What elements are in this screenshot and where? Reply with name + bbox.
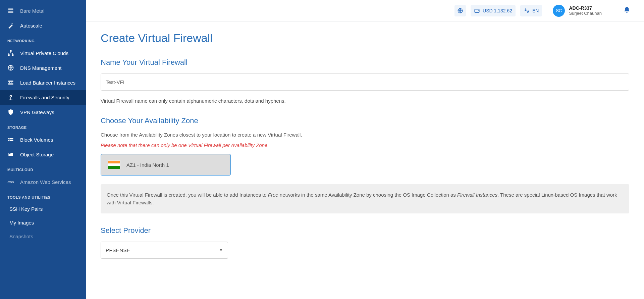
balance-chip[interactable]: USD 1,132.62 [471, 5, 516, 16]
sidebar-item-label: Block Volumes [20, 137, 53, 143]
section-zone: Choose Your Availability Zone Choose fro… [101, 116, 629, 213]
globe-icon [457, 8, 463, 14]
svg-point-13 [9, 138, 10, 139]
sidebar: Bare Metal Autoscale NETWORKING Virtual … [0, 0, 86, 299]
sidebar-heading-networking: NETWORKING [0, 33, 86, 46]
sidebar-heading-multicloud: MULTICLOUD [0, 162, 86, 175]
svg-rect-8 [9, 82, 10, 83]
bell-icon [623, 9, 631, 15]
content-scroll[interactable]: Create Virtual Firewall Name Your Virtua… [86, 21, 644, 299]
content: Create Virtual Firewall Name Your Virtua… [86, 21, 644, 299]
network-icon [7, 50, 14, 56]
sidebar-heading-storage: STORAGE [0, 119, 86, 132]
sidebar-item-block-volumes[interactable]: Block Volumes [0, 132, 86, 147]
lb-icon [7, 79, 14, 86]
sidebar-item-label: Virtual Private Clouds [20, 50, 68, 56]
account-code: ADC-R337 [569, 5, 602, 11]
sidebar-item-firewalls[interactable]: Firewalls and Security [0, 90, 86, 105]
sidebar-item-label: DNS Management [20, 65, 61, 71]
main: USD 1,132.62 EN SC ADC-R337 Surjeet Chau… [86, 0, 644, 299]
sidebar-item-label: Load Balancer Instances [20, 80, 75, 86]
section-title-name: Name Your Virtual Firewall [101, 58, 629, 67]
section-title-zone: Choose Your Availability Zone [101, 116, 629, 125]
svg-rect-1 [8, 11, 13, 13]
globe-icon [7, 64, 14, 71]
wallet-icon [474, 8, 480, 14]
svg-point-14 [9, 140, 10, 141]
svg-point-10 [10, 95, 12, 97]
avatar: SC [553, 5, 565, 17]
zone-label: AZ1 - India North 1 [126, 162, 169, 168]
sidebar-item-dns[interactable]: DNS Management [0, 60, 86, 75]
user-name: Surjeet Chauhan [569, 11, 602, 16]
section-name: Name Your Virtual Firewall Virtual Firew… [101, 58, 629, 104]
bucket-icon [7, 151, 14, 158]
language-text: EN [532, 8, 539, 13]
sidebar-item-my-images[interactable]: My Images [0, 216, 86, 230]
sidebar-item-label: Amazon Web Services [20, 179, 71, 185]
aws-icon: aws [7, 179, 14, 185]
svg-rect-4 [12, 54, 13, 56]
zone-intro-text: Choose from the Availability Zones close… [101, 132, 629, 138]
svg-rect-3 [8, 54, 10, 56]
section-provider: Select Provider PFSENSE ▼ [101, 226, 629, 259]
firewall-name-input[interactable] [101, 73, 629, 91]
sidebar-heading-tools: TOOLS AND UTILITIES [0, 189, 86, 202]
sidebar-item-bare-metal[interactable]: Bare Metal [0, 3, 86, 18]
user-menu[interactable]: SC ADC-R337 Surjeet Chauhan [553, 5, 602, 17]
sidebar-item-label: Autoscale [20, 23, 42, 29]
sidebar-item-load-balancer[interactable]: Load Balancer Instances [0, 75, 86, 90]
svg-rect-6 [8, 81, 13, 82]
svg-rect-0 [8, 8, 13, 10]
name-helper-text: Virtual Firewall name can only contain a… [101, 98, 629, 104]
sidebar-item-label: Firewalls and Security [20, 95, 69, 100]
chevron-down-icon: ▼ [219, 248, 223, 252]
balance-text: USD 1,132.62 [483, 8, 512, 13]
svg-rect-12 [8, 140, 13, 141]
page-title: Create Virtual Firewall [101, 32, 629, 45]
topbar: USD 1,132.62 EN SC ADC-R337 Surjeet Chau… [86, 0, 644, 21]
wand-icon [7, 22, 14, 29]
server-icon [7, 7, 14, 14]
svg-rect-9 [12, 82, 12, 83]
notifications-button[interactable] [623, 6, 631, 15]
svg-rect-15 [8, 153, 13, 156]
sidebar-item-label: Object Storage [20, 152, 54, 157]
disk-icon [7, 136, 14, 143]
sidebar-item-object-storage[interactable]: Object Storage [0, 147, 86, 162]
zone-warning-text: Please note that there can only be one V… [101, 142, 629, 148]
firewall-icon [7, 94, 14, 101]
flag-india-icon [108, 160, 120, 169]
sidebar-item-vpn[interactable]: VPN Gateways [0, 105, 86, 119]
sidebar-item-label: Bare Metal [20, 8, 45, 14]
svg-rect-7 [8, 84, 13, 85]
section-title-provider: Select Provider [101, 226, 629, 235]
sidebar-item-snapshots[interactable]: Snapshots [0, 230, 86, 243]
provider-selected-value: PFSENSE [106, 247, 130, 253]
sidebar-item-label: VPN Gateways [20, 109, 54, 115]
svg-rect-11 [8, 138, 13, 139]
language-chip[interactable]: EN [520, 5, 542, 16]
sidebar-item-autoscale[interactable]: Autoscale [0, 18, 86, 33]
availability-zone-card[interactable]: AZ1 - India North 1 [101, 154, 231, 176]
provider-select[interactable]: PFSENSE ▼ [101, 242, 228, 259]
svg-rect-16 [9, 153, 10, 154]
translate-icon [524, 8, 530, 14]
sidebar-item-aws[interactable]: aws Amazon Web Services [0, 175, 86, 189]
region-button[interactable] [454, 5, 466, 16]
svg-rect-2 [10, 50, 12, 52]
shield-icon [7, 109, 14, 115]
sidebar-item-vpc[interactable]: Virtual Private Clouds [0, 46, 86, 60]
zone-info-box: Once this Virtual Firewall is created, y… [101, 184, 629, 213]
sidebar-item-ssh-keys[interactable]: SSH Key Pairs [0, 202, 86, 216]
